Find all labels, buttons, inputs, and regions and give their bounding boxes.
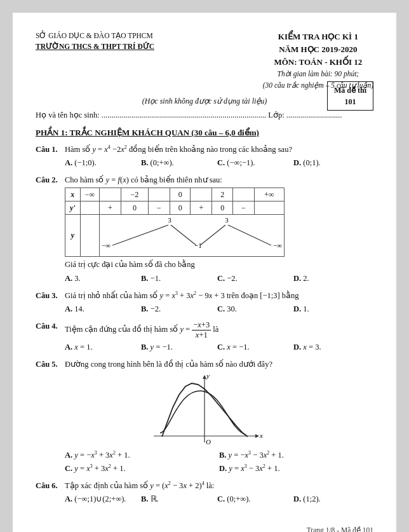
- q5-graph: x y O: [135, 372, 274, 446]
- q4-text: Tiệm cận đứng của đồ thị hàm số y = −x+3…: [65, 320, 373, 340]
- question-1: Câu 1. Hàm số y = x4 −2x2 đồng biến trên…: [36, 144, 373, 169]
- variation-table-section: x −∞ −2 0 2 +∞ y' + 0 − 0: [65, 188, 373, 271]
- q6-opt-b: B. ℝ.: [141, 493, 217, 505]
- q6-opt-a: A. (−∞;1)∪(2;+∞).: [65, 493, 141, 505]
- header: SỞ GIÁO DỤC & ĐÀO TẠO TPHCM TRƯỜNG THCS …: [36, 31, 373, 92]
- q4-opt-d: D. x = 3.: [293, 341, 370, 353]
- svg-text:O: O: [206, 438, 211, 446]
- q3-opt-b: B. −2.: [141, 303, 217, 315]
- q1-opt-d: D. (0;1).: [293, 157, 370, 169]
- q2-num: Câu 2.: [36, 174, 65, 186]
- q3-opt-a: A. 14.: [65, 303, 141, 315]
- svg-line-7: [200, 225, 225, 245]
- q1-opt-c: C. (−∞;−1).: [217, 157, 293, 169]
- exam-note: (Học sinh không được sử dụng tài liệu): [36, 95, 373, 107]
- q1-num: Câu 1.: [36, 144, 65, 156]
- svg-line-5: [112, 225, 168, 245]
- svg-text:−∞: −∞: [273, 242, 282, 249]
- q4-opt-a: A. x = 1.: [65, 341, 141, 353]
- q5-opt-c: C. y = x3 + 3x2 + 1.: [65, 463, 219, 475]
- svg-line-6: [171, 225, 196, 245]
- q3-num: Câu 3.: [36, 290, 65, 302]
- q1-options: A. (−1;0). B. (0;+∞). C. (−∞;−1). D. (0;…: [65, 157, 373, 169]
- svg-text:y: y: [206, 372, 210, 379]
- q5-options: A. y = −x3 + 3x2 + 1. B. y = −x3 − 3x2 +…: [65, 449, 373, 475]
- question-5: Câu 5. Đường cong trong hình bên là đồ t…: [36, 358, 373, 475]
- q3-row: Câu 3. Giá trị nhỏ nhất của hàm số y = x…: [36, 290, 373, 302]
- q2-opt-c: C. −2.: [217, 273, 293, 285]
- svg-text:−∞: −∞: [102, 242, 111, 249]
- question-4: Câu 4. Tiệm cận đứng của đồ thị hàm số y…: [36, 320, 373, 353]
- svg-text:x: x: [259, 432, 263, 439]
- q2-opt-a: A. 3.: [65, 273, 141, 285]
- q6-row: Câu 6. Tập xác định của hàm số y = (x2 −…: [36, 480, 373, 492]
- question-3: Câu 3. Giá trị nhỏ nhất của hàm số y = x…: [36, 290, 373, 315]
- q5-num: Câu 5.: [36, 358, 65, 371]
- q2-variation-note: Giá trị cực đại của hàm số đã cho bằng: [65, 259, 373, 271]
- q5-opt-a: A. y = −x3 + 3x2 + 1.: [65, 449, 219, 461]
- q4-num: Câu 4.: [36, 320, 65, 332]
- svg-text:3: 3: [225, 216, 229, 224]
- exam-title: KIỂM TRA HỌC KÌ 1: [263, 31, 373, 43]
- q1-opt-b: B. (0;+∞).: [141, 157, 217, 169]
- q3-opt-c: C. 30.: [217, 303, 293, 315]
- q6-num: Câu 6.: [36, 480, 65, 492]
- header-left: SỞ GIÁO DỤC & ĐÀO TẠO TPHCM TRƯỜNG THCS …: [36, 31, 154, 53]
- ma-de-label: Mã đề thi: [334, 85, 366, 96]
- q5-opt-b: B. y = −x3 − 3x2 + 1.: [219, 449, 373, 461]
- ma-de-box: Mã đề thi 101: [327, 81, 373, 111]
- q4-opt-b: B. y = −1.: [141, 341, 217, 353]
- q6-text: Tập xác định của hàm số y = (x2 − 3x + 2…: [65, 480, 373, 492]
- q6-opt-c: C. (0;+∞).: [217, 493, 293, 505]
- q3-options: A. 14. B. −2. C. 30. D. 1.: [65, 303, 373, 315]
- school-label: TRƯỜNG THCS & THPT TRÍ ĐỨC: [36, 41, 154, 52]
- q1-opt-a: A. (−1;0).: [65, 157, 141, 169]
- q1-row: Câu 1. Hàm số y = x4 −2x2 đồng biến trên…: [36, 144, 373, 156]
- q5-row: Câu 5. Đường cong trong hình bên là đồ t…: [36, 358, 373, 371]
- q1-text: Hàm số y = x4 −2x2 đồng biến trên khoảng…: [65, 144, 373, 156]
- q5-opt-d: D. y = x3 − 3x2 + 1.: [219, 463, 373, 475]
- q2-opt-d: D. 2.: [293, 273, 370, 285]
- exam-page: SỞ GIÁO DỤC & ĐÀO TẠO TPHCM TRƯỜNG THCS …: [13, 13, 396, 532]
- svg-text:3: 3: [168, 216, 171, 224]
- q4-row: Câu 4. Tiệm cận đứng của đồ thị hàm số y…: [36, 320, 373, 340]
- student-line: Họ và tên học sinh: ....................…: [36, 109, 373, 121]
- variation-table: x −∞ −2 0 2 +∞ y' + 0 − 0: [65, 188, 285, 257]
- subject: MÔN: TOÁN - KHỐI 12: [263, 56, 373, 69]
- q3-opt-d: D. 1.: [293, 303, 370, 315]
- footer: Trang 1/8 - Mã đề 101: [307, 525, 373, 532]
- q2-opt-b: B. −1.: [141, 273, 217, 285]
- q2-options: A. 3. B. −1. C. −2. D. 2.: [65, 273, 373, 285]
- question-2: Câu 2. Cho hàm số y = f(x) có bảng biến …: [36, 174, 373, 285]
- q2-text: Cho hàm số y = f(x) có bảng biến thiên n…: [65, 174, 373, 186]
- q5-graph-area: x y O: [36, 372, 373, 446]
- q4-opt-c: C. x = −1.: [217, 341, 293, 353]
- department-label: SỞ GIÁO DỤC & ĐÀO TẠO TPHCM: [36, 31, 154, 41]
- q6-opt-d: D. (1;2).: [293, 493, 370, 505]
- q4-options: A. x = 1. B. y = −1. C. x = −1. D. x = 3…: [65, 341, 373, 353]
- q2-row: Câu 2. Cho hàm số y = f(x) có bảng biến …: [36, 174, 373, 186]
- svg-line-8: [228, 225, 271, 245]
- svg-text:−1: −1: [194, 242, 202, 249]
- school-year: NĂM HỌC 2019-2020: [263, 43, 373, 56]
- svg-marker-11: [255, 434, 259, 438]
- q5-text: Đường cong trong hình bên là đồ thị của …: [65, 358, 373, 371]
- section1-title: PHẦN 1: TRẮC NGHIỆM KHÁCH QUAN (30 câu –…: [36, 126, 373, 139]
- q6-options: A. (−∞;1)∪(2;+∞). B. ℝ. C. (0;+∞). D. (1…: [65, 493, 373, 505]
- time-note: Thời gian làm bài: 90 phút;: [263, 69, 373, 80]
- q3-text: Giá trị nhỏ nhất của hàm số y = x3 + 3x2…: [65, 290, 373, 302]
- question-6: Câu 6. Tập xác định của hàm số y = (x2 −…: [36, 480, 373, 505]
- ma-de-number: 101: [334, 96, 366, 107]
- variation-graph: 3 3 −1 −∞ −∞: [100, 215, 284, 253]
